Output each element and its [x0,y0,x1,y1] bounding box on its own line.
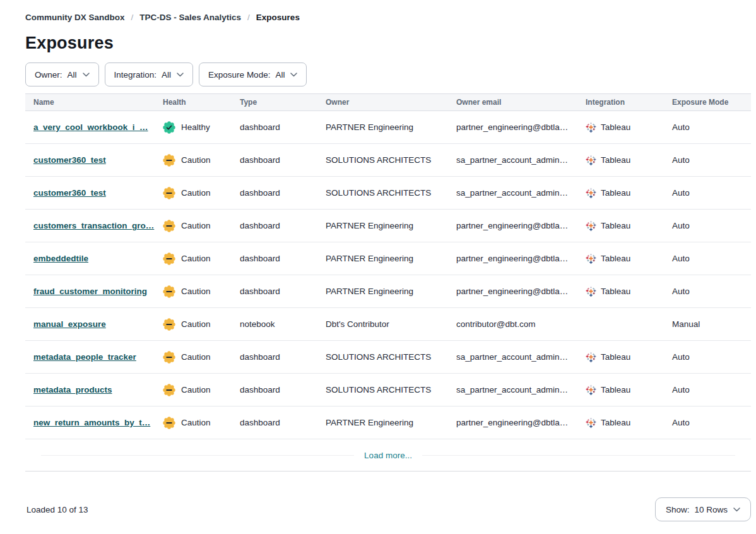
exposures-table: Name Health Type Owner Owner email Integ… [25,93,751,472]
exposure-type: dashboard [232,155,317,165]
integration-cell-content: Tableau [586,352,664,362]
owner-email: sa_partner_account_admin… [448,352,577,362]
exposure-name-link[interactable]: metadata_people_tracker [33,352,136,362]
owner-name: PARTNER Engineering [317,221,448,230]
owner-filter-dropdown[interactable]: Owner: All [25,62,99,86]
exposure-mode-filter-dropdown[interactable]: Exposure Mode: All [199,62,307,86]
exposure-name-link[interactable]: embeddedtile [33,254,88,263]
exposure-type: dashboard [232,122,317,132]
owner-email: sa_partner_account_admin… [448,385,577,395]
exposure-mode: Manual [664,319,751,329]
tableau-icon [586,417,596,428]
health-status-icon [163,154,175,167]
breadcrumb-environment[interactable]: TPC-DS - Sales Analytics [139,13,241,22]
health-status-label: Caution [181,385,211,395]
owner-email: partner_engineering@dbtla… [448,122,577,132]
exposure-type: dashboard [232,188,317,198]
column-header-type: Type [232,98,317,107]
column-header-health: Health [155,98,232,107]
integration-cell-content: Tableau [586,253,664,264]
exposure-name-link[interactable]: manual_exposure [33,319,106,329]
exposure-name-link[interactable]: customer360_test [33,188,106,198]
owner-filter-value: All [68,70,77,80]
table-row: metadata_people_tracker Caution da [25,341,751,374]
health-status-icon [163,187,175,199]
exposure-mode-filter-label: Exposure Mode: [208,70,270,80]
health-status-label: Healthy [181,122,210,132]
show-value: 10 Rows [694,505,728,514]
breadcrumb-current-exposures: Exposures [256,13,300,22]
load-more-link[interactable]: Load more... [364,451,412,460]
integration-filter-dropdown[interactable]: Integration: All [105,62,194,86]
health-status-icon [163,252,175,265]
filter-bar: Owner: All Integration: All Exposure Mod… [25,62,751,86]
exposure-mode: Auto [664,155,751,165]
health-status-icon [163,417,175,429]
breadcrumb: Community DX Sandbox / TPC-DS - Sales An… [25,13,751,22]
table-row: new_return_amounts_by_t… Caution d [25,406,751,439]
exposures-page: Community DX Sandbox / TPC-DS - Sales An… [0,0,756,521]
owner-email: sa_partner_account_admin… [448,188,577,198]
exposure-type: dashboard [232,287,317,296]
owner-name: SOLUTIONS ARCHITECTS [317,352,448,362]
integration-label: Tableau [601,221,630,230]
health-status-label: Caution [181,418,211,427]
chevron-down-icon [733,507,740,512]
health-status-label: Caution [181,287,211,296]
exposure-name-link[interactable]: fraud_customer_monitoring [33,287,147,296]
table-row: metadata_products Caution dashboar [25,374,751,406]
loaded-count-text: Loaded 10 of 13 [25,505,88,514]
chevron-down-icon [290,73,297,77]
health-status-icon [163,285,175,298]
health-status-label: Caution [181,254,211,263]
health-status-label: Caution [181,319,211,329]
exposure-name-link[interactable]: metadata_products [33,385,112,395]
exposure-type: notebook [232,319,317,329]
tableau-icon [586,384,596,395]
integration-cell-content: Tableau [586,122,664,133]
integration-label: Tableau [601,418,630,427]
tableau-icon [586,155,596,165]
exposure-name-link[interactable]: customer360_test [33,155,106,165]
integration-cell-content: Tableau [586,155,664,165]
exposure-type: dashboard [232,352,317,362]
tableau-icon [586,286,596,297]
exposure-name-link[interactable]: customers_transaction_gro… [33,221,154,230]
load-more-row: Load more... [25,439,751,472]
integration-filter-label: Integration: [114,70,157,80]
chevron-down-icon [177,73,184,77]
breadcrumb-project[interactable]: Community DX Sandbox [25,13,125,22]
integration-label: Tableau [601,352,630,362]
exposure-type: dashboard [232,221,317,230]
divider [422,455,735,456]
exposure-name-link[interactable]: new_return_amounts_by_t… [33,418,150,427]
table-row: customer360_test Caution dashboard [25,177,751,210]
health-status-icon [163,384,175,396]
exposure-mode: Auto [664,254,751,263]
exposure-mode: Auto [664,287,751,296]
health-status-label: Caution [181,221,211,230]
integration-cell-content: Tableau [586,384,664,395]
show-label: Show: [666,505,690,514]
exposure-type: dashboard [232,418,317,427]
tableau-icon [586,253,596,264]
table-body: a_very_cool_workbook_i_… Healthy d [25,111,751,439]
rows-per-page-dropdown[interactable]: Show: 10 Rows [655,497,751,521]
owner-name: Dbt's Contributor [317,319,448,329]
owner-name: PARTNER Engineering [317,287,448,296]
exposure-mode-filter-value: All [275,70,285,80]
exposure-type: dashboard [232,254,317,263]
owner-name: PARTNER Engineering [317,254,448,263]
integration-label: Tableau [601,122,630,132]
divider [41,455,354,456]
column-header-integration: Integration [577,98,664,107]
health-status-icon [163,220,175,232]
integration-cell-content: Tableau [586,286,664,297]
exposure-name-link[interactable]: a_very_cool_workbook_i_… [33,122,148,132]
health-status-icon [163,351,175,364]
tableau-icon [586,187,596,198]
health-status-icon [163,121,175,134]
table-row: a_very_cool_workbook_i_… Healthy d [25,111,751,144]
owner-email: partner_engineering@dbtla… [448,221,577,230]
exposure-mode: Auto [664,221,751,230]
